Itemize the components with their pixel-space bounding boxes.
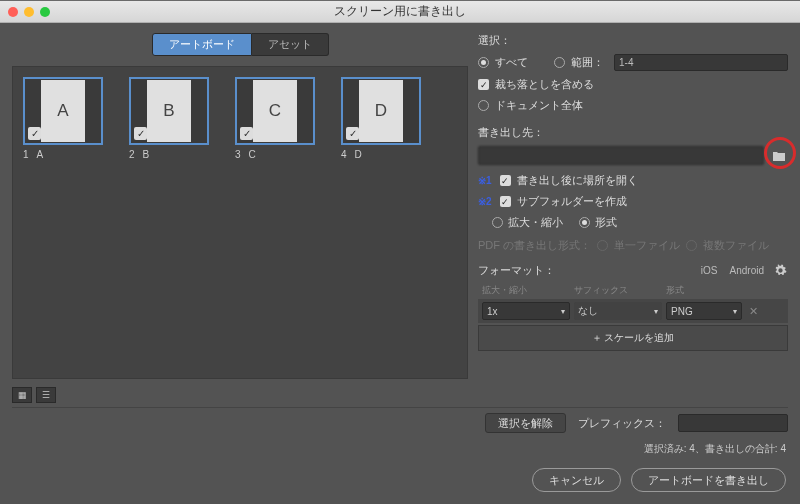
artboard-checkbox[interactable]: ✓: [28, 127, 41, 140]
annotation-2: ※2: [478, 196, 492, 207]
artboard-item[interactable]: C✓ 3C: [235, 77, 315, 160]
annotation-1: ※1: [478, 175, 492, 186]
checkbox-open-location[interactable]: ✓: [500, 175, 511, 186]
radio-whole-document[interactable]: [478, 100, 489, 111]
remove-row-icon[interactable]: ✕: [746, 305, 760, 318]
browse-folder-button[interactable]: [770, 148, 788, 164]
tab-asset[interactable]: アセット: [252, 33, 329, 56]
artboard-checkbox[interactable]: ✓: [346, 127, 359, 140]
export-to-label: 書き出し先：: [478, 125, 788, 140]
prefix-input[interactable]: [678, 414, 788, 432]
artboard-item[interactable]: A✓ 1A: [23, 77, 103, 160]
radio-pdf-multi: [686, 240, 697, 251]
radio-pdf-single: [597, 240, 608, 251]
artboard-checkbox[interactable]: ✓: [240, 127, 253, 140]
titlebar: スクリーン用に書き出し: [0, 1, 800, 23]
artboard-checkbox[interactable]: ✓: [134, 127, 147, 140]
artboard-item[interactable]: D✓ 4D: [341, 77, 421, 160]
prefix-label: プレフィックス：: [578, 416, 666, 431]
export-for-screens-dialog: スクリーン用に書き出し アートボード アセット A✓ 1A B✓ 2B: [0, 0, 800, 504]
window-title: スクリーン用に書き出し: [0, 3, 800, 20]
tab-artboard[interactable]: アートボード: [152, 33, 252, 56]
folder-icon: [772, 150, 786, 162]
artboard-preview-area: A✓ 1A B✓ 2B C✓ 3C D✓ 4D: [12, 66, 468, 379]
scale-select[interactable]: 1x: [482, 302, 570, 320]
type-select[interactable]: PNG: [666, 302, 742, 320]
grid-view-icon[interactable]: ▦: [12, 387, 32, 403]
artboard-item[interactable]: B✓ 2B: [129, 77, 209, 160]
checkbox-create-subfolder[interactable]: ✓: [500, 196, 511, 207]
selection-label: 選択：: [478, 33, 788, 48]
preset-ios-button[interactable]: iOS: [695, 263, 724, 278]
radio-subfolder-format[interactable]: [579, 217, 590, 228]
suffix-input[interactable]: なし: [574, 302, 662, 320]
deselect-button[interactable]: 選択を解除: [485, 413, 566, 433]
add-scale-button[interactable]: ＋ スケールを追加: [478, 325, 788, 351]
format-row: 1x なし PNG ✕: [478, 299, 788, 323]
status-text: 選択済み: 4、書き出しの合計: 4: [0, 438, 800, 460]
radio-all[interactable]: [478, 57, 489, 68]
list-view-icon[interactable]: ☰: [36, 387, 56, 403]
export-artboard-button[interactable]: アートボードを書き出し: [631, 468, 786, 492]
checkbox-include-bleed[interactable]: ✓: [478, 79, 489, 90]
gear-icon[interactable]: [774, 264, 788, 278]
artboard-list: A✓ 1A B✓ 2B C✓ 3C D✓ 4D: [23, 77, 457, 160]
radio-subfolder-scale[interactable]: [492, 217, 503, 228]
cancel-button[interactable]: キャンセル: [532, 468, 621, 492]
format-label: フォーマット：: [478, 263, 555, 278]
radio-range[interactable]: [554, 57, 565, 68]
preset-android-button[interactable]: Android: [724, 263, 770, 278]
range-input[interactable]: [614, 54, 788, 71]
export-path-field[interactable]: [478, 146, 764, 165]
source-tabs: アートボード アセット: [12, 33, 468, 56]
